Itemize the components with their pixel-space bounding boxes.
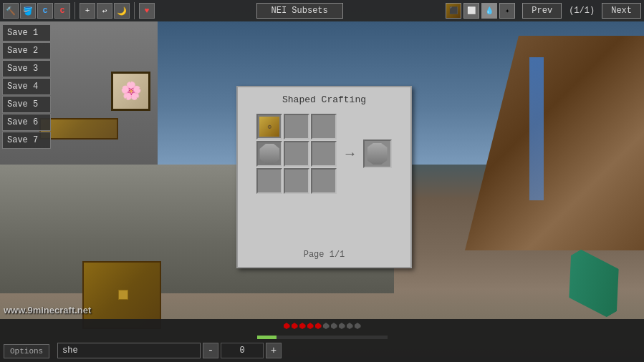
options-button[interactable]: Options	[4, 344, 49, 358]
crafting-cell-1-0[interactable]	[256, 141, 282, 167]
nei-icon-c2[interactable]: C	[54, 3, 70, 19]
nei-icon-circle-c[interactable]: C	[37, 3, 53, 19]
crafting-title: Shaped Crafting	[282, 94, 366, 105]
nei-icon-buttons-2: + ↩ 🌙	[77, 1, 133, 20]
heart-9	[347, 323, 353, 329]
xp-bar	[257, 336, 388, 339]
crafting-cell-1-2[interactable]	[311, 141, 337, 167]
search-input[interactable]	[57, 343, 201, 358]
heart-3	[299, 323, 306, 329]
heart-10	[355, 323, 361, 329]
bottom-bar: Options - 0 +	[0, 319, 644, 362]
save-5-button[interactable]: Save 5	[2, 96, 51, 113]
picture-frame: 🌸	[111, 72, 150, 111]
nav-buttons: Prev (1/1) Next	[519, 1, 644, 20]
crafting-cell-0-1[interactable]	[284, 114, 309, 140]
watermark: www.9minecraft.net	[4, 305, 91, 315]
next-button[interactable]: Next	[602, 3, 641, 19]
nei-icon-buttons: 🔨 🪣 C C	[0, 1, 73, 20]
crafting-dialog: Shaped Crafting ⚙ →	[236, 86, 412, 268]
crafting-cell-0-0[interactable]: ⚙	[256, 114, 282, 140]
page-indicator: (1/1)	[563, 6, 600, 16]
heart-2	[292, 323, 298, 329]
heart-6	[323, 323, 330, 329]
crafting-cell-1-1[interactable]	[284, 141, 309, 167]
nei-icon-heart[interactable]: ♥	[139, 3, 155, 19]
prev-button[interactable]: Prev	[522, 3, 562, 19]
bottom-controls: Options	[4, 344, 49, 358]
xp-bar-fill	[257, 336, 277, 339]
top-bar: 🔨 🪣 C C + ↩ 🌙 ♥ NEI Subsets ⬛ ⬜ 💧 ✦ Prev…	[0, 0, 644, 21]
heart-4	[307, 323, 314, 329]
crafting-area: ⚙ →	[256, 114, 391, 194]
save-6-button[interactable]: Save 6	[2, 114, 51, 131]
waterfall	[529, 57, 544, 200]
crafting-cell-0-2[interactable]	[311, 114, 337, 140]
nei-icon-bucket[interactable]: 🪣	[20, 3, 36, 19]
item-icon-3[interactable]: 💧	[481, 3, 497, 19]
save-2-button[interactable]: Save 2	[2, 42, 51, 59]
search-area: - 0 +	[57, 343, 282, 358]
heart-5	[315, 323, 322, 329]
search-minus-button[interactable]: -	[203, 343, 218, 358]
nei-subsets-button[interactable]: NEI Subsets	[256, 3, 343, 19]
nei-icon-moon[interactable]: 🌙	[114, 3, 130, 19]
item-icons: ⬛ ⬜ 💧 ✦	[441, 1, 519, 20]
crafting-result[interactable]	[363, 140, 392, 168]
search-plus-button[interactable]: +	[266, 343, 282, 358]
nei-icon-hammer[interactable]: 🔨	[3, 3, 19, 19]
nei-icon-curve[interactable]: ↩	[97, 3, 112, 19]
crafting-cell-2-0[interactable]	[256, 168, 282, 194]
search-count: 0	[221, 343, 264, 358]
save-7-button[interactable]: Save 7	[2, 132, 51, 149]
heart-1	[284, 323, 290, 329]
crafting-arrow: →	[345, 146, 354, 162]
hearts-row	[284, 323, 361, 329]
save-4-button[interactable]: Save 4	[2, 78, 51, 95]
crafting-cell-2-2[interactable]	[311, 168, 337, 194]
save-1-button[interactable]: Save 1	[2, 24, 51, 41]
nei-icon-buttons-3: ♥	[136, 1, 158, 20]
sword-item	[551, 238, 636, 329]
crafting-cell-2-1[interactable]	[284, 168, 309, 194]
save-3-button[interactable]: Save 3	[2, 60, 51, 77]
item-icon-4[interactable]: ✦	[499, 3, 515, 19]
heart-7	[331, 323, 337, 329]
item-icon-1[interactable]: ⬛	[446, 3, 461, 19]
heart-8	[339, 323, 345, 329]
crafting-page-label: Page 1/1	[304, 250, 345, 260]
left-sidebar: Save 1 Save 2 Save 3 Save 4 Save 5 Save …	[0, 21, 54, 152]
nei-subsets-area: NEI Subsets	[158, 3, 441, 19]
nei-icon-plus[interactable]: +	[80, 3, 95, 19]
item-icon-2[interactable]: ⬜	[463, 3, 479, 19]
crafting-grid: ⚙	[256, 114, 337, 194]
